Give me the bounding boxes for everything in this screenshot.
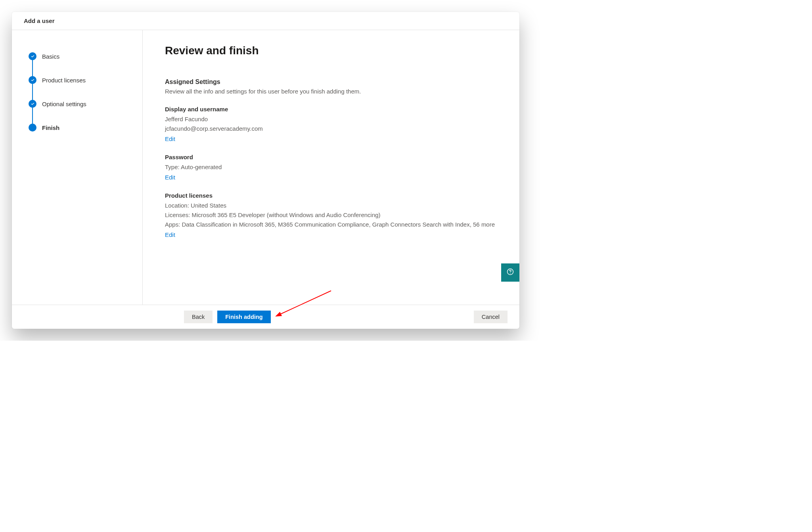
assigned-settings-desc: Review all the info and settings for thi… <box>165 88 497 95</box>
edit-password-link[interactable]: Edit <box>165 174 175 181</box>
wizard-footer: Back Finish adding Cancel <box>12 305 519 329</box>
wizard-stepper: Basics Product licenses Optional setting… <box>12 30 143 305</box>
step-basics[interactable]: Basics <box>29 44 142 68</box>
step-label: Finish <box>42 124 59 131</box>
product-licenses-block: Product licenses Location: United States… <box>165 192 497 238</box>
check-icon <box>29 100 36 108</box>
wizard-content: Review and finish Assigned Settings Revi… <box>143 30 519 305</box>
svg-point-1 <box>510 273 511 274</box>
product-licenses-heading: Product licenses <box>165 192 497 199</box>
step-optional-settings[interactable]: Optional settings <box>29 92 142 116</box>
display-name-value: Jefferd Facundo <box>165 114 497 124</box>
assigned-settings-heading: Assigned Settings <box>165 78 497 86</box>
apps-value: Apps: Data Classification in Microsoft 3… <box>165 220 497 229</box>
display-username-block: Display and username Jefferd Facundo jcf… <box>165 106 497 143</box>
edit-licenses-link[interactable]: Edit <box>165 231 175 238</box>
back-button[interactable]: Back <box>184 311 213 323</box>
password-block: Password Type: Auto-generated Edit <box>165 154 497 181</box>
cancel-button[interactable]: Cancel <box>474 311 508 323</box>
step-label: Basics <box>42 53 59 60</box>
check-icon <box>29 52 36 60</box>
page-title: Review and finish <box>165 44 497 57</box>
step-product-licenses[interactable]: Product licenses <box>29 68 142 92</box>
password-heading: Password <box>165 154 497 160</box>
step-label: Optional settings <box>42 101 86 107</box>
location-value: Location: United States <box>165 201 497 210</box>
licenses-value: Licenses: Microsoft 365 E5 Developer (wi… <box>165 210 497 220</box>
add-user-panel: Add a user Basics Product licenses <box>12 12 519 329</box>
username-value: jcfacundo@corp.serveracademy.com <box>165 124 497 133</box>
step-finish[interactable]: Finish <box>29 116 142 139</box>
edit-display-link[interactable]: Edit <box>165 135 175 142</box>
step-label: Product licenses <box>42 77 86 84</box>
help-button[interactable] <box>501 263 519 282</box>
help-icon <box>506 268 514 277</box>
check-icon <box>29 76 36 84</box>
panel-header: Add a user <box>12 12 519 30</box>
display-username-heading: Display and username <box>165 106 497 113</box>
password-type-value: Type: Auto-generated <box>165 162 497 172</box>
panel-body: Basics Product licenses Optional setting… <box>12 30 519 305</box>
panel-title: Add a user <box>24 17 508 24</box>
current-step-icon <box>29 124 36 132</box>
finish-adding-button[interactable]: Finish adding <box>217 311 270 323</box>
